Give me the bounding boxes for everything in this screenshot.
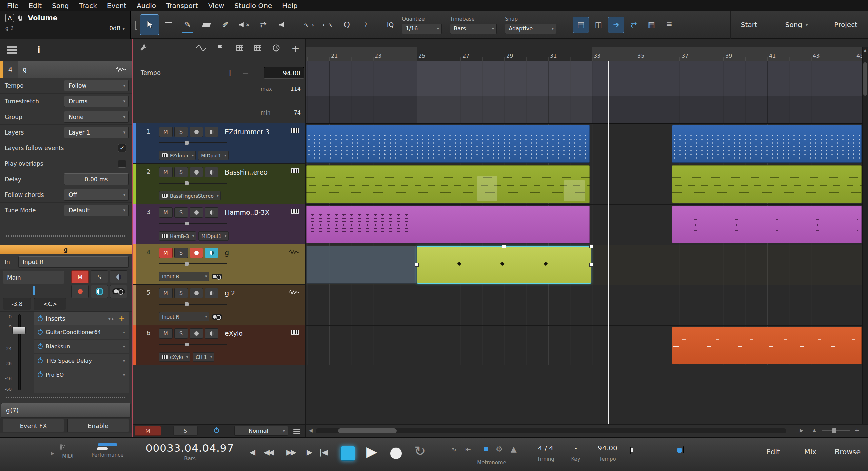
menu-studio-one[interactable]: Studio One [229, 0, 277, 11]
inspector-menu-icon[interactable] [7, 46, 17, 54]
midi-clip-bass[interactable] [306, 165, 590, 203]
menu-edit[interactable]: Edit [23, 0, 47, 11]
channel-mute-button[interactable]: M [71, 270, 89, 283]
follow-chords-dropdown[interactable]: Off [64, 189, 129, 201]
position-display[interactable]: 00033.04.04.97 Bars [142, 442, 237, 462]
autoscroll-icon[interactable]: ➜ [608, 17, 624, 33]
automation-power-icon[interactable] [214, 428, 219, 433]
metronome-enable-dot[interactable] [484, 447, 488, 451]
clip-handle-corner[interactable] [589, 244, 593, 248]
midi-clip-hammond[interactable] [672, 206, 862, 243]
scroll-left-icon[interactable]: ◀ [309, 428, 313, 433]
fast-forward-button[interactable]: ▶▶ [286, 448, 295, 456]
meter-mode-toggle[interactable] [683, 446, 684, 453]
playhead[interactable] [608, 61, 609, 424]
instrument-select[interactable]: BassFingersStereo [159, 191, 221, 200]
tempo-decrease-button[interactable]: − [240, 68, 251, 78]
layers-dropdown[interactable]: Layer 1 [64, 127, 129, 138]
add-track-plus-icon[interactable]: + [291, 43, 300, 55]
midi-clip-bass[interactable] [672, 165, 862, 203]
track-header-ezdrummer[interactable]: 1 M S EZdrummer 3 EZdmer MIDput1 [133, 123, 305, 164]
track-volume-slider[interactable] [159, 344, 227, 345]
main-output-select[interactable]: Main [3, 271, 64, 284]
menu-event[interactable]: Event [102, 0, 132, 11]
insert-power-icon[interactable] [38, 358, 43, 363]
lane-exylo[interactable] [306, 326, 868, 366]
lane-bass[interactable] [306, 164, 868, 205]
start-page-button[interactable]: Start [730, 11, 768, 39]
lane-ezdrummer[interactable] [306, 124, 868, 164]
track-header-g2[interactable]: 5 M S g 2 Input R [133, 285, 305, 325]
mute-button[interactable]: M [159, 167, 173, 177]
insert-slot[interactable]: Pro EQ▾ [34, 368, 129, 382]
menu-audio[interactable]: Audio [132, 0, 161, 11]
eraser-tool[interactable] [197, 15, 216, 35]
add-insert-button[interactable]: + [119, 314, 125, 323]
note-grid-icon[interactable] [254, 45, 261, 51]
layers-follow-events-checkbox[interactable]: ✓ [118, 144, 126, 152]
solo-button[interactable]: S [174, 167, 188, 177]
track-volume-slider[interactable] [159, 263, 227, 264]
mix-view-button[interactable]: Mix [797, 448, 824, 456]
browse-view-button[interactable]: Browse [829, 448, 866, 456]
scroll-up-icon[interactable]: ▲ [863, 48, 868, 52]
tempo-min-value[interactable]: 74 [280, 109, 301, 116]
menu-file[interactable]: File [2, 0, 23, 11]
clip-handle-right[interactable] [589, 263, 593, 267]
midi-clip-exylo[interactable] [672, 327, 862, 364]
lane-g2[interactable] [306, 285, 868, 326]
track-header-hammond[interactable]: 3 M S Hammo..B-3X HamB-3 MIDput1 [133, 204, 305, 244]
slider-handle[interactable] [185, 302, 189, 306]
monitor-button[interactable] [205, 288, 218, 298]
vertical-scrollbar[interactable]: ▲ [862, 47, 868, 424]
insert-power-icon[interactable] [38, 344, 43, 349]
channel-name-bar[interactable]: g [0, 245, 132, 254]
add-track-icon[interactable]: ▦ [644, 17, 659, 33]
channel-record-button[interactable] [71, 285, 89, 298]
arrange-settings-wrench-icon[interactable] [139, 43, 148, 52]
tune-mode-dropdown[interactable]: Default [64, 205, 129, 216]
channel-pan-value[interactable]: <C> [34, 298, 66, 310]
monitor-button[interactable] [205, 248, 218, 258]
tempo-value-box[interactable]: 94.00 [264, 67, 304, 79]
horizontal-scrollbar[interactable]: ◀ ▶ ▲ + [306, 424, 868, 437]
nudge-icon[interactable]: ⇄ [626, 17, 642, 33]
solo-button[interactable]: S [174, 328, 188, 339]
transport-expand-icon[interactable]: ▶ [51, 451, 54, 456]
track-volume-slider[interactable] [159, 142, 227, 143]
edit-view-button[interactable]: Edit [756, 448, 790, 456]
timebase-dropdown[interactable]: Bars [450, 24, 497, 34]
record-arm-button[interactable] [190, 328, 203, 339]
selected-audio-clip-g[interactable] [417, 246, 591, 284]
clip-handle-top[interactable] [502, 244, 506, 248]
mute-button[interactable]: M [159, 127, 173, 137]
automation-curve-icon[interactable] [196, 45, 206, 52]
metronome-icon[interactable]: ▲ [511, 445, 517, 453]
scrollbar-thumb[interactable] [863, 62, 867, 96]
instrument-keyboard-icon[interactable] [291, 330, 299, 335]
tempo-max-value[interactable]: 114 [280, 86, 301, 92]
group-dropdown[interactable]: None [64, 111, 129, 123]
bend-marker-icon[interactable] [544, 262, 548, 266]
instrument-select[interactable]: EZdmer [159, 151, 196, 160]
slider-handle[interactable] [185, 343, 189, 346]
track-header-exylo[interactable]: 6 M S eXylo eXylo CH 1 [133, 325, 305, 365]
slider-handle[interactable] [185, 141, 189, 145]
instrument-keyboard-icon[interactable] [291, 168, 299, 173]
channel-monitor-button[interactable] [110, 270, 127, 283]
midi-input-select[interactable]: MIDput1 [198, 231, 229, 241]
performance-indicator[interactable]: Performance [89, 443, 126, 458]
track-list-menu-icon[interactable] [293, 429, 300, 434]
rewind-button[interactable]: ◀◀ [264, 448, 273, 456]
song-page-button[interactable]: Song [775, 11, 818, 39]
return-to-start-button[interactable]: |◀ [319, 448, 328, 456]
timeline-ruler[interactable]: 21 23 25 27 29 31 33 35 37 39 41 43 45 [306, 47, 868, 61]
midi-input-select[interactable]: MIDput1 [198, 151, 228, 160]
zoom-tool[interactable]: Q [338, 15, 356, 35]
channel-fader[interactable]: 0 -9 -24 -36 -48 -60 [0, 312, 34, 393]
menu-track[interactable]: Track [74, 0, 102, 11]
insert-power-icon[interactable] [38, 330, 43, 335]
channel-input-monitor-button[interactable] [91, 285, 108, 298]
paint-tool[interactable]: ✎ [178, 15, 197, 35]
time-signature-display[interactable]: 4 / 4 Timing [530, 444, 562, 462]
